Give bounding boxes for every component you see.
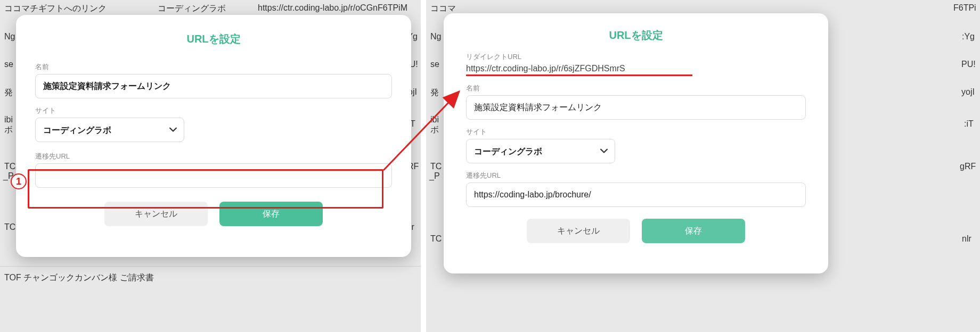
site-label: サイト bbox=[35, 106, 392, 115]
bg-row-col3: https://ctr.coding-labo.jp/r/oCGnF6TPiM bbox=[258, 3, 407, 13]
bg-frag: _P bbox=[429, 171, 440, 181]
name-input[interactable] bbox=[466, 95, 806, 120]
site-select[interactable]: コーディングラボ bbox=[466, 139, 615, 163]
bg-row-last: TOF チャンゴックカンバン様 ご請求書 bbox=[4, 272, 154, 284]
bg-frag: F6TPi bbox=[953, 3, 976, 13]
redirect-label: リダイレクトURL bbox=[466, 52, 806, 62]
bg-frag: :iT bbox=[964, 119, 974, 129]
bg-frag: gRF bbox=[960, 162, 976, 171]
bg-row-col1: ココマチギフトへのリンク bbox=[4, 3, 107, 14]
bg-frag: yojI bbox=[961, 87, 975, 97]
site-select[interactable]: コーディングラボ bbox=[35, 118, 184, 142]
panel-left: ココマチギフトへのリンク コーディングラボ https://ctr.coding… bbox=[0, 0, 421, 332]
cancel-button[interactable]: キャンセル bbox=[527, 219, 630, 243]
bg-frag: Ng bbox=[4, 32, 15, 42]
bg-frag: ボ bbox=[4, 124, 13, 136]
bg-frag: Ng bbox=[430, 32, 441, 42]
name-input[interactable] bbox=[35, 74, 392, 98]
panel-right: ココマ F6TPi Ng :Yg se PU! 発 yojI ibi ボ :iT… bbox=[426, 0, 980, 332]
bg-frag: :Yg bbox=[962, 32, 975, 42]
name-label: 名前 bbox=[35, 62, 392, 72]
bg-frag: TC bbox=[430, 234, 442, 244]
dest-url-input[interactable] bbox=[466, 182, 806, 207]
name-label: 名前 bbox=[466, 84, 806, 93]
url-modal-after: URLを設定 リダイレクトURL https://ctr.coding-labo… bbox=[444, 13, 828, 273]
bg-frag: PU! bbox=[961, 60, 976, 69]
bg-frag: TC bbox=[4, 222, 15, 232]
save-button[interactable]: 保存 bbox=[642, 219, 745, 243]
bg-frag: ボ bbox=[430, 124, 439, 136]
bg-frag: _P bbox=[3, 171, 14, 181]
bg-frag: se bbox=[4, 60, 13, 69]
divider bbox=[0, 266, 421, 267]
bg-frag: ibi bbox=[4, 115, 13, 124]
dest-label: 遷移先URL bbox=[35, 152, 392, 161]
bg-row-col2: コーディングラボ bbox=[158, 3, 226, 14]
cancel-button[interactable]: キャンセル bbox=[104, 202, 208, 226]
modal-title: URLを設定 bbox=[444, 13, 828, 49]
bg-frag: ココマ bbox=[430, 3, 456, 14]
bg-frag: TC bbox=[4, 162, 15, 171]
redirect-underline-highlight bbox=[466, 74, 692, 76]
bg-frag: ibi bbox=[430, 115, 439, 124]
dest-url-input[interactable] bbox=[35, 163, 392, 188]
bg-frag: 発 bbox=[4, 87, 13, 98]
bg-frag: nlr bbox=[962, 234, 971, 244]
modal-title: URLを設定 bbox=[16, 15, 411, 55]
url-modal: URLを設定 名前 サイト コーディングラボ 遷移先URL キャンセル 保存 bbox=[16, 15, 411, 257]
bg-frag: TC bbox=[430, 162, 442, 171]
save-button[interactable]: 保存 bbox=[219, 202, 323, 226]
site-label: サイト bbox=[466, 127, 806, 137]
dest-label: 遷移先URL bbox=[466, 171, 806, 180]
bg-frag: se bbox=[430, 60, 439, 69]
redirect-url-value: https://ctr.coding-labo.jp/r/6sjZFGDHSmr… bbox=[466, 64, 806, 73]
bg-frag: 発 bbox=[430, 87, 439, 98]
